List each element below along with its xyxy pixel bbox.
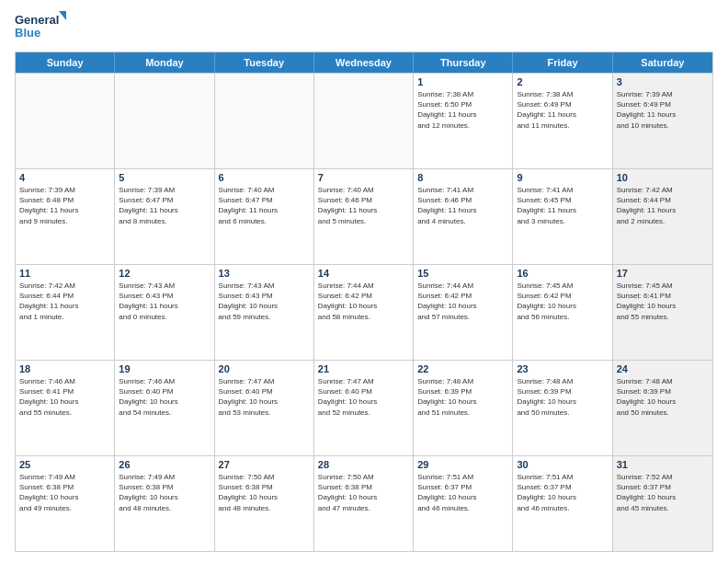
day-info: Sunrise: 7:41 AM Sunset: 6:46 PM Dayligh…	[417, 185, 508, 226]
day-info: Sunrise: 7:49 AM Sunset: 6:38 PM Dayligh…	[19, 472, 110, 513]
calendar-cell-14: 14Sunrise: 7:44 AM Sunset: 6:42 PM Dayli…	[314, 265, 414, 360]
calendar-week-1: 1Sunrise: 7:38 AM Sunset: 6:50 PM Daylig…	[16, 73, 712, 168]
day-info: Sunrise: 7:38 AM Sunset: 6:50 PM Dayligh…	[417, 89, 508, 131]
day-info: Sunrise: 7:45 AM Sunset: 6:41 PM Dayligh…	[617, 281, 709, 322]
day-info: Sunrise: 7:44 AM Sunset: 6:42 PM Dayligh…	[318, 281, 409, 322]
day-info: Sunrise: 7:47 AM Sunset: 6:40 PM Dayligh…	[318, 376, 409, 418]
calendar-cell-16: 16Sunrise: 7:45 AM Sunset: 6:42 PM Dayli…	[513, 265, 612, 360]
day-number: 16	[517, 268, 608, 279]
day-info: Sunrise: 7:49 AM Sunset: 6:38 PM Dayligh…	[119, 472, 210, 513]
calendar-cell-13: 13Sunrise: 7:43 AM Sunset: 6:43 PM Dayli…	[215, 265, 314, 360]
header-day-sunday: Sunday	[16, 52, 115, 73]
day-info: Sunrise: 7:47 AM Sunset: 6:40 PM Dayligh…	[219, 376, 310, 418]
logo-svg: General Blue	[15, 11, 70, 44]
calendar-header: SundayMondayTuesdayWednesdayThursdayFrid…	[16, 52, 712, 73]
calendar-cell-25: 25Sunrise: 7:49 AM Sunset: 6:38 PM Dayli…	[16, 456, 115, 551]
day-number: 6	[219, 172, 310, 183]
day-number: 26	[119, 459, 210, 470]
day-number: 1	[417, 76, 508, 87]
calendar-cell-29: 29Sunrise: 7:51 AM Sunset: 6:37 PM Dayli…	[414, 456, 513, 551]
calendar-cell-empty	[16, 74, 115, 168]
calendar-cell-8: 8Sunrise: 7:41 AM Sunset: 6:46 PM Daylig…	[414, 169, 513, 264]
day-info: Sunrise: 7:43 AM Sunset: 6:43 PM Dayligh…	[219, 281, 310, 322]
calendar-cell-17: 17Sunrise: 7:45 AM Sunset: 6:41 PM Dayli…	[613, 265, 712, 360]
day-info: Sunrise: 7:50 AM Sunset: 6:38 PM Dayligh…	[219, 472, 310, 513]
calendar-cell-22: 22Sunrise: 7:48 AM Sunset: 6:39 PM Dayli…	[414, 361, 513, 455]
day-number: 20	[219, 363, 310, 374]
day-info: Sunrise: 7:46 AM Sunset: 6:40 PM Dayligh…	[119, 376, 210, 418]
calendar-cell-24: 24Sunrise: 7:48 AM Sunset: 6:39 PM Dayli…	[613, 361, 712, 455]
header-day-monday: Monday	[115, 52, 214, 73]
day-number: 14	[318, 268, 409, 279]
calendar-cell-30: 30Sunrise: 7:51 AM Sunset: 6:37 PM Dayli…	[513, 456, 612, 551]
day-info: Sunrise: 7:40 AM Sunset: 6:46 PM Dayligh…	[318, 185, 409, 226]
calendar-cell-23: 23Sunrise: 7:48 AM Sunset: 6:39 PM Dayli…	[513, 361, 612, 455]
day-number: 23	[517, 363, 608, 374]
day-number: 8	[417, 172, 508, 183]
day-info: Sunrise: 7:45 AM Sunset: 6:42 PM Dayligh…	[517, 281, 608, 322]
day-number: 9	[517, 172, 608, 183]
day-info: Sunrise: 7:42 AM Sunset: 6:44 PM Dayligh…	[617, 185, 709, 226]
calendar-cell-18: 18Sunrise: 7:46 AM Sunset: 6:41 PM Dayli…	[16, 361, 115, 455]
day-info: Sunrise: 7:46 AM Sunset: 6:41 PM Dayligh…	[19, 376, 110, 418]
day-number: 30	[517, 459, 608, 470]
day-number: 2	[517, 76, 608, 87]
day-info: Sunrise: 7:44 AM Sunset: 6:42 PM Dayligh…	[417, 281, 508, 322]
day-number: 31	[617, 459, 709, 470]
day-number: 25	[19, 459, 110, 470]
day-info: Sunrise: 7:41 AM Sunset: 6:45 PM Dayligh…	[517, 185, 608, 226]
day-number: 18	[19, 363, 110, 374]
calendar-cell-7: 7Sunrise: 7:40 AM Sunset: 6:46 PM Daylig…	[314, 169, 414, 264]
day-info: Sunrise: 7:39 AM Sunset: 6:49 PM Dayligh…	[617, 89, 709, 131]
day-info: Sunrise: 7:39 AM Sunset: 6:48 PM Dayligh…	[19, 185, 110, 226]
calendar-cell-20: 20Sunrise: 7:47 AM Sunset: 6:40 PM Dayli…	[215, 361, 314, 455]
day-number: 27	[219, 459, 310, 470]
day-number: 10	[617, 172, 709, 183]
svg-text:General: General	[15, 13, 59, 27]
calendar-week-2: 4Sunrise: 7:39 AM Sunset: 6:48 PM Daylig…	[16, 168, 712, 264]
day-number: 4	[19, 172, 110, 183]
calendar-cell-9: 9Sunrise: 7:41 AM Sunset: 6:45 PM Daylig…	[513, 169, 612, 264]
header-day-wednesday: Wednesday	[314, 52, 414, 73]
calendar-cell-21: 21Sunrise: 7:47 AM Sunset: 6:40 PM Dayli…	[314, 361, 414, 455]
calendar-week-3: 11Sunrise: 7:42 AM Sunset: 6:44 PM Dayli…	[16, 264, 712, 360]
calendar-cell-1: 1Sunrise: 7:38 AM Sunset: 6:50 PM Daylig…	[414, 74, 513, 168]
day-number: 12	[119, 268, 210, 279]
day-info: Sunrise: 7:48 AM Sunset: 6:39 PM Dayligh…	[417, 376, 508, 418]
calendar-cell-27: 27Sunrise: 7:50 AM Sunset: 6:38 PM Dayli…	[215, 456, 314, 551]
header-day-saturday: Saturday	[613, 52, 712, 73]
calendar-cell-empty	[314, 74, 414, 168]
day-number: 21	[318, 363, 409, 374]
calendar-body: 1Sunrise: 7:38 AM Sunset: 6:50 PM Daylig…	[16, 73, 712, 551]
calendar-cell-31: 31Sunrise: 7:52 AM Sunset: 6:37 PM Dayli…	[613, 456, 712, 551]
calendar-week-5: 25Sunrise: 7:49 AM Sunset: 6:38 PM Dayli…	[16, 455, 712, 551]
day-number: 15	[417, 268, 508, 279]
calendar: SundayMondayTuesdayWednesdayThursdayFrid…	[15, 52, 713, 552]
calendar-cell-26: 26Sunrise: 7:49 AM Sunset: 6:38 PM Dayli…	[115, 456, 214, 551]
day-number: 29	[417, 459, 508, 470]
day-info: Sunrise: 7:48 AM Sunset: 6:39 PM Dayligh…	[617, 376, 709, 418]
day-info: Sunrise: 7:51 AM Sunset: 6:37 PM Dayligh…	[517, 472, 608, 513]
day-number: 17	[617, 268, 709, 279]
calendar-cell-12: 12Sunrise: 7:43 AM Sunset: 6:43 PM Dayli…	[115, 265, 214, 360]
calendar-cell-15: 15Sunrise: 7:44 AM Sunset: 6:42 PM Dayli…	[414, 265, 513, 360]
day-info: Sunrise: 7:43 AM Sunset: 6:43 PM Dayligh…	[119, 281, 210, 322]
calendar-cell-empty	[215, 74, 314, 168]
day-number: 28	[318, 459, 409, 470]
calendar-cell-empty	[115, 74, 214, 168]
calendar-cell-6: 6Sunrise: 7:40 AM Sunset: 6:47 PM Daylig…	[215, 169, 314, 264]
day-number: 24	[617, 363, 709, 374]
svg-text:Blue: Blue	[15, 26, 40, 40]
day-info: Sunrise: 7:50 AM Sunset: 6:38 PM Dayligh…	[318, 472, 409, 513]
day-number: 22	[417, 363, 508, 374]
calendar-cell-5: 5Sunrise: 7:39 AM Sunset: 6:47 PM Daylig…	[115, 169, 214, 264]
header-day-thursday: Thursday	[414, 52, 513, 73]
day-info: Sunrise: 7:40 AM Sunset: 6:47 PM Dayligh…	[219, 185, 310, 226]
day-number: 3	[617, 76, 709, 87]
page-header: General Blue	[15, 11, 713, 44]
day-info: Sunrise: 7:42 AM Sunset: 6:44 PM Dayligh…	[19, 281, 110, 322]
calendar-cell-10: 10Sunrise: 7:42 AM Sunset: 6:44 PM Dayli…	[613, 169, 712, 264]
day-number: 19	[119, 363, 210, 374]
day-number: 11	[19, 268, 110, 279]
day-number: 7	[318, 172, 409, 183]
